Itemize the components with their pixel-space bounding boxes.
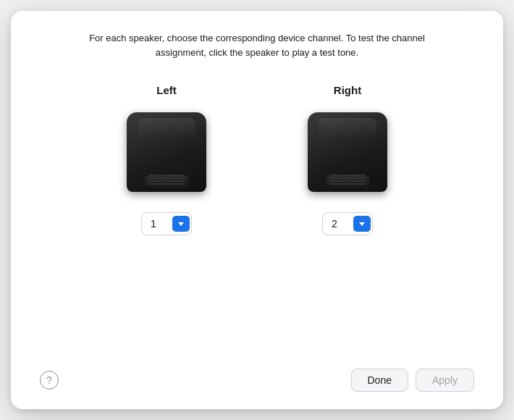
right-chevron-down-icon [359,222,365,226]
left-chevron-down-icon [178,222,184,226]
left-speaker-mesh [148,175,185,185]
left-speaker-body[interactable] [127,112,206,192]
right-dropdown-button[interactable] [353,216,371,232]
speaker-channel-dialog: For each speaker, choose the correspondi… [11,11,503,409]
left-speaker-icon[interactable] [127,112,206,199]
right-speaker-icon[interactable] [308,112,387,199]
left-speaker-column: Left 1 [127,84,206,235]
action-buttons: Done Apply [351,369,475,392]
speakers-container: Left 1 Right [127,84,387,357]
help-button[interactable]: ? [40,371,59,390]
left-speaker-highlight [138,118,195,140]
right-channel-dropdown[interactable]: 2 [322,212,373,235]
left-channel-value: 1 [151,218,169,230]
right-speaker-body[interactable] [308,112,387,192]
apply-button[interactable]: Apply [416,369,474,392]
right-speaker-column: Right 2 [308,84,387,235]
right-channel-select[interactable]: 2 [322,212,373,235]
instruction-text: For each speaker, choose the correspondi… [76,31,438,59]
done-button[interactable]: Done [351,369,408,392]
right-speaker-label: Right [334,84,361,96]
left-speaker-label: Left [156,84,177,96]
right-speaker-highlight [319,118,376,140]
bottom-bar: ? Done Apply [40,357,474,392]
left-channel-select[interactable]: 1 [141,212,192,235]
right-speaker-mesh [329,175,366,185]
right-channel-value: 2 [332,218,350,230]
left-dropdown-button[interactable] [172,216,190,232]
left-channel-dropdown[interactable]: 1 [141,212,192,235]
